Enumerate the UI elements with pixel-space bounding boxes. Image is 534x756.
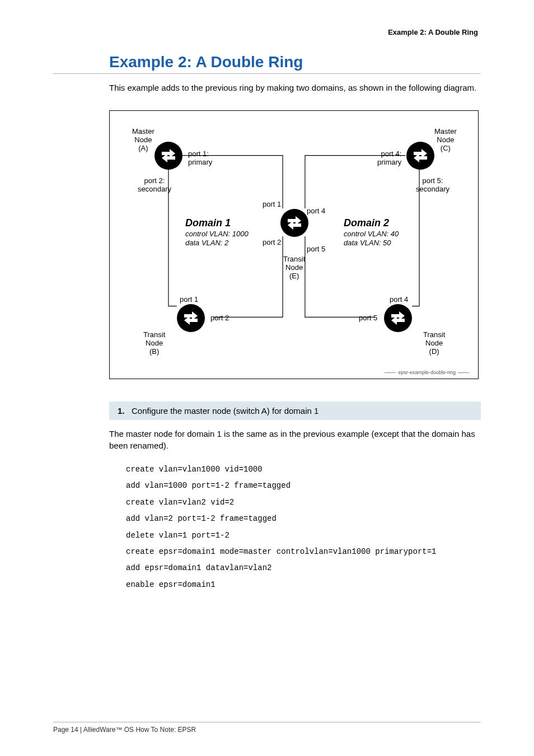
switch-icon <box>180 307 202 329</box>
label-port-a2: port 2: secondary <box>138 177 171 194</box>
step-number: 1. <box>118 406 125 416</box>
label-port-c5: port 5: secondary <box>416 177 449 194</box>
label-port-e1: port 1 <box>263 200 281 209</box>
intro-text: This example adds to the previous ring b… <box>53 82 481 94</box>
label-port-d4: port 4 <box>390 296 408 304</box>
label-port-d5: port 5 <box>359 314 377 323</box>
label-node-c: Master Node (C) <box>434 128 457 153</box>
switch-node-b <box>177 304 205 332</box>
domain2-label: Domain 2 control VLAN: 40 data VLAN: 50 <box>344 217 399 247</box>
section-title: Example 2: A Double Ring <box>53 53 481 74</box>
domain1-cvlan: control VLAN: 1000 <box>185 230 249 238</box>
label-port-e2: port 2 <box>263 239 281 247</box>
code-block: create vlan=vlan1000 vid=1000 add vlan=1… <box>126 461 481 593</box>
switch-icon <box>409 144 432 167</box>
switch-node-e <box>280 209 308 237</box>
network-diagram: Master Node (A) port 1: primary port 2: … <box>109 110 479 379</box>
domain1-title: Domain 1 <box>185 217 231 228</box>
domain1-dvlan: data VLAN: 2 <box>185 239 228 247</box>
switch-node-a <box>154 142 182 170</box>
domain2-dvlan: data VLAN: 50 <box>344 239 391 247</box>
label-node-b: Transit Node (B) <box>143 331 165 356</box>
switch-icon <box>283 212 306 234</box>
diagram-caption: epsr-example-double-ring <box>382 370 471 375</box>
domain2-cvlan: control VLAN: 40 <box>344 230 399 238</box>
switch-icon <box>157 144 180 167</box>
switch-node-d <box>384 304 412 332</box>
label-node-e: Transit Node (E) <box>283 255 305 281</box>
label-node-d: Transit Node (D) <box>423 331 445 356</box>
label-node-a: Master Node (A) <box>132 128 154 153</box>
label-port-e5: port 5 <box>307 245 325 254</box>
running-header: Example 2: A Double Ring <box>53 28 481 36</box>
label-port-e4: port 4 <box>307 207 325 216</box>
domain1-label: Domain 1 control VLAN: 1000 data VLAN: 2 <box>185 217 249 247</box>
label-port-c4: port 4: primary <box>377 150 401 167</box>
page-footer: Page 14 | AlliedWare™ OS How To Note: EP… <box>53 722 481 734</box>
switch-node-c <box>406 142 434 170</box>
step-title: Configure the master node (switch A) for… <box>132 406 318 416</box>
label-port-a1: port 1: primary <box>188 150 212 167</box>
domain2-title: Domain 2 <box>344 217 389 228</box>
step-description: The master node for domain 1 is the same… <box>109 428 481 451</box>
label-port-b1: port 1 <box>180 296 198 304</box>
switch-icon <box>387 307 409 329</box>
label-port-b2: port 2 <box>210 314 229 323</box>
step-heading: 1. Configure the master node (switch A) … <box>109 402 481 420</box>
